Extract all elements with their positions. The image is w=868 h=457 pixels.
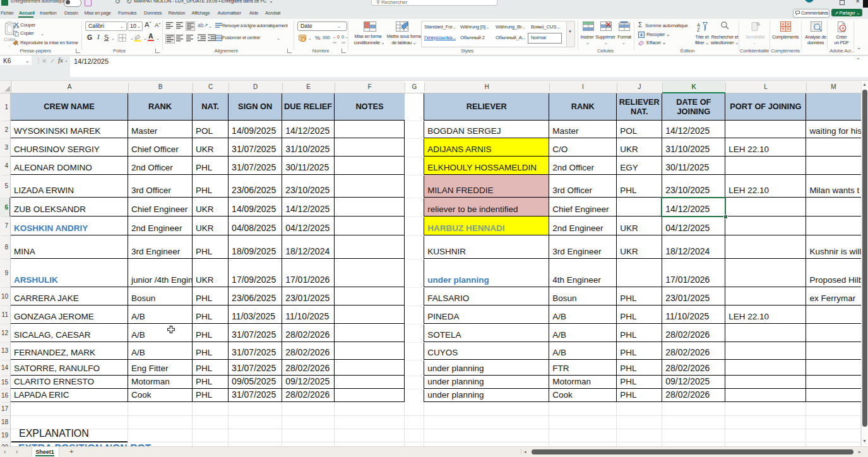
svg-text:A: A [841,26,845,30]
svg-text:Z: Z [697,27,700,32]
